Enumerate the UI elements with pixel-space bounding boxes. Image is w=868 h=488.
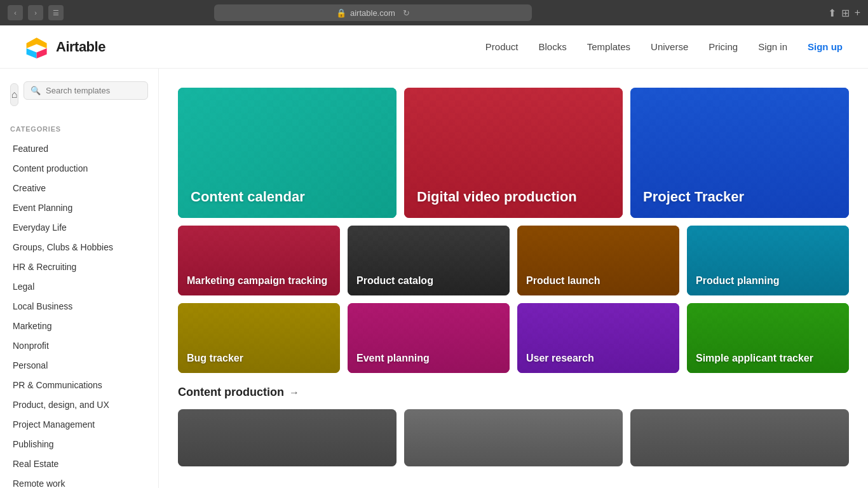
template-card-applicant-tracker[interactable]: Simple applicant tracker — [687, 303, 849, 373]
categories-label: CATEGORIES — [10, 125, 148, 133]
sidebar-button[interactable]: ☰ — [48, 5, 64, 20]
sidebar-item-project-mgmt[interactable]: Project Management — [10, 415, 148, 435]
browser-actions: ⬆ ⊞ + — [828, 7, 860, 19]
card-title-product-planning: Product planning — [696, 274, 780, 287]
sidebar-item-marketing[interactable]: Marketing — [10, 316, 148, 336]
card-title-product-launch: Product launch — [526, 274, 600, 287]
lock-icon: 🔒 — [336, 8, 346, 18]
logo-text: Airtable — [56, 39, 105, 55]
back-button[interactable]: ‹ — [8, 5, 23, 20]
bottom-card-3[interactable] — [630, 409, 849, 466]
section-title: Content production — [178, 386, 284, 399]
sidebar-item-creative[interactable]: Creative — [10, 179, 148, 198]
bottom-card-2[interactable] — [404, 409, 623, 466]
sidebar-item-legal[interactable]: Legal — [10, 277, 148, 297]
bottom-card-1[interactable] — [178, 409, 397, 466]
home-button[interactable]: ⌂ — [10, 83, 18, 106]
card-title-bug-tracker: Bug tracker — [187, 352, 243, 364]
search-bar[interactable]: 🔍 — [24, 81, 148, 100]
section-heading-content-production[interactable]: Content production → — [178, 386, 849, 399]
sidebar-item-real-estate[interactable]: Real Estate — [10, 454, 148, 474]
nav-links: Product Blocks Templates Universe Pricin… — [485, 41, 843, 52]
third-row: Bug tracker Event planning User research… — [178, 303, 849, 373]
card-title-marketing: Marketing campaign tracking — [187, 274, 327, 287]
card-title-applicant-tracker: Simple applicant tracker — [696, 352, 813, 364]
content-area: Content calendar Digital video productio… — [159, 69, 868, 488]
card-title-digital-video: Digital video production — [417, 189, 577, 205]
url-text: airtable.com — [350, 8, 395, 18]
search-input[interactable] — [46, 86, 141, 95]
logo-icon — [25, 36, 51, 58]
sidebar-item-remote-work[interactable]: Remote work — [10, 474, 148, 488]
search-icon: 🔍 — [31, 86, 41, 95]
main-container: ⌂ 🔍 CATEGORIES Featured Content producti… — [0, 69, 868, 488]
template-card-user-research[interactable]: User research — [517, 303, 679, 373]
nav-pricing[interactable]: Pricing — [709, 41, 738, 52]
share-button[interactable]: ⬆ — [828, 7, 836, 19]
sidebar-item-hr[interactable]: HR & Recruiting — [10, 257, 148, 277]
second-row: Marketing campaign tracking Product cata… — [178, 226, 849, 295]
template-card-project-tracker[interactable]: Project Tracker — [630, 88, 849, 218]
forward-button[interactable]: › — [28, 5, 43, 20]
nav-signin[interactable]: Sign in — [758, 41, 787, 52]
sidebar-item-local-business[interactable]: Local Business — [10, 297, 148, 316]
template-card-content-calendar[interactable]: Content calendar — [178, 88, 397, 218]
sidebar-top: ⌂ 🔍 — [10, 81, 148, 112]
sidebar-item-personal[interactable]: Personal — [10, 356, 148, 376]
tab-button[interactable]: ⊞ — [841, 7, 850, 19]
sidebar-item-pr[interactable]: PR & Communications — [10, 376, 148, 395]
nav-product[interactable]: Product — [485, 41, 519, 52]
card-title-product-catalog: Product catalog — [356, 274, 433, 287]
nav-signup[interactable]: Sign up — [808, 41, 843, 52]
featured-row: Content calendar Digital video productio… — [178, 88, 849, 218]
sidebar: ⌂ 🔍 CATEGORIES Featured Content producti… — [0, 69, 159, 488]
add-tab-button[interactable]: + — [855, 7, 860, 19]
nav-universe[interactable]: Universe — [651, 41, 688, 52]
address-bar[interactable]: 🔒 airtable.com ↻ — [214, 4, 532, 21]
sidebar-item-publishing[interactable]: Publishing — [10, 435, 148, 454]
sidebar-item-groups[interactable]: Groups, Clubs & Hobbies — [10, 238, 148, 257]
card-title-content-calendar: Content calendar — [191, 189, 305, 205]
template-card-marketing[interactable]: Marketing campaign tracking — [178, 226, 340, 295]
card-title-project-tracker: Project Tracker — [643, 189, 744, 205]
nav-blocks[interactable]: Blocks — [539, 41, 567, 52]
sidebar-item-product-design[interactable]: Product, design, and UX — [10, 395, 148, 415]
template-card-product-planning[interactable]: Product planning — [687, 226, 849, 295]
nav-templates[interactable]: Templates — [587, 41, 630, 52]
template-card-event-planning[interactable]: Event planning — [348, 303, 510, 373]
sidebar-item-content-production[interactable]: Content production — [10, 159, 148, 179]
navbar: Airtable Product Blocks Templates Univer… — [0, 25, 868, 69]
sidebar-item-event-planning[interactable]: Event Planning — [10, 198, 148, 218]
card-title-event-planning: Event planning — [356, 352, 430, 364]
template-card-digital-video[interactable]: Digital video production — [404, 88, 623, 218]
logo-link[interactable]: Airtable — [25, 36, 105, 58]
template-card-product-launch[interactable]: Product launch — [517, 226, 679, 295]
sidebar-item-nonprofit[interactable]: Nonprofit — [10, 336, 148, 356]
sidebar-item-everyday-life[interactable]: Everyday Life — [10, 218, 148, 238]
sidebar-item-featured[interactable]: Featured — [10, 139, 148, 159]
browser-chrome: ‹ › ☰ 🔒 airtable.com ↻ ⬆ ⊞ + — [0, 0, 868, 25]
template-card-bug-tracker[interactable]: Bug tracker — [178, 303, 340, 373]
card-title-user-research: User research — [526, 352, 594, 364]
template-card-product-catalog[interactable]: Product catalog — [348, 226, 510, 295]
reload-icon: ↻ — [403, 8, 410, 18]
section-arrow: → — [289, 387, 299, 398]
bottom-row — [178, 409, 849, 466]
